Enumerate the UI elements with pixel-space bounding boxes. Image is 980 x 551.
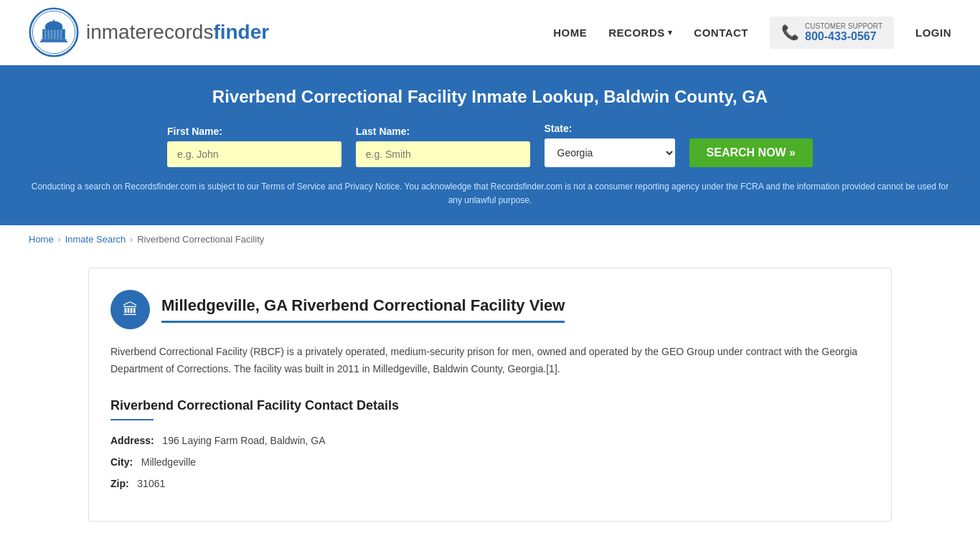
chevron-down-icon: ▾ bbox=[668, 28, 673, 37]
breadcrumb-sep-1: › bbox=[58, 235, 61, 245]
search-form: First Name: Last Name: State: Georgia Al… bbox=[167, 123, 813, 167]
logo-text: inmaterecordsfinder bbox=[86, 21, 269, 44]
search-button[interactable]: SEARCH NOW » bbox=[689, 138, 813, 167]
breadcrumb: Home › Inmate Search › Riverbend Correct… bbox=[0, 225, 980, 253]
nav-home[interactable]: HOME bbox=[553, 27, 587, 39]
svg-rect-7 bbox=[51, 30, 53, 39]
svg-rect-10 bbox=[60, 30, 62, 39]
facility-icon: 🏛 bbox=[110, 290, 150, 329]
facility-title-area: Milledgeville, GA Riverbend Correctional… bbox=[161, 296, 565, 323]
city-detail: City: Milledgeville bbox=[110, 456, 870, 468]
zip-value: 31061 bbox=[137, 478, 165, 489]
address-detail: Address: 196 Laying Farm Road, Baldwin, … bbox=[110, 435, 870, 446]
last-name-input[interactable] bbox=[356, 141, 530, 167]
svg-rect-5 bbox=[44, 30, 47, 39]
breadcrumb-inmate-search[interactable]: Inmate Search bbox=[65, 234, 126, 245]
section-divider bbox=[110, 419, 154, 420]
breadcrumb-sep-2: › bbox=[130, 235, 133, 245]
svg-rect-11 bbox=[42, 39, 67, 42]
main-content: 🏛 Milledgeville, GA Riverbend Correction… bbox=[60, 253, 920, 536]
address-label: Address: bbox=[110, 435, 154, 446]
nav-contact[interactable]: CONTACT bbox=[694, 27, 748, 39]
hero-section: Riverbend Correctional Facility Inmate L… bbox=[0, 65, 980, 225]
hero-title: Riverbend Correctional Facility Inmate L… bbox=[29, 87, 951, 107]
breadcrumb-home[interactable]: Home bbox=[29, 234, 54, 245]
state-select[interactable]: Georgia Alabama Alaska Arizona Californi… bbox=[545, 138, 675, 167]
support-label: CUSTOMER SUPPORT bbox=[805, 22, 882, 30]
first-name-group: First Name: bbox=[167, 126, 341, 167]
city-label: City: bbox=[110, 456, 133, 468]
customer-support[interactable]: 📞 CUSTOMER SUPPORT 800-433-0567 bbox=[770, 17, 894, 49]
main-nav: HOME RECORDS ▾ CONTACT 📞 CUSTOMER SUPPOR… bbox=[553, 17, 951, 49]
logo-icon bbox=[29, 7, 79, 57]
nav-records[interactable]: RECORDS ▾ bbox=[608, 27, 672, 39]
facility-description: Riverbend Correctional Facility (RBCF) i… bbox=[110, 344, 870, 378]
site-header: inmaterecordsfinder HOME RECORDS ▾ CONTA… bbox=[0, 0, 980, 65]
facility-header: 🏛 Milledgeville, GA Riverbend Correction… bbox=[110, 290, 870, 329]
phone-icon: 📞 bbox=[781, 24, 799, 41]
content-card: 🏛 Milledgeville, GA Riverbend Correction… bbox=[88, 268, 892, 522]
svg-rect-3 bbox=[47, 27, 60, 29]
svg-rect-12 bbox=[40, 41, 68, 42]
breadcrumb-current: Riverbend Correctional Facility bbox=[137, 234, 264, 245]
facility-title: Milledgeville, GA Riverbend Correctional… bbox=[161, 296, 565, 315]
svg-rect-6 bbox=[47, 30, 50, 39]
svg-rect-8 bbox=[54, 30, 56, 39]
zip-label: Zip: bbox=[110, 478, 129, 489]
last-name-group: Last Name: bbox=[356, 126, 530, 167]
logo[interactable]: inmaterecordsfinder bbox=[29, 7, 269, 57]
svg-rect-13 bbox=[53, 20, 55, 27]
state-label: State: bbox=[545, 123, 675, 134]
support-number: 800-433-0567 bbox=[805, 30, 882, 43]
address-value: 196 Laying Farm Road, Baldwin, GA bbox=[162, 435, 325, 446]
first-name-label: First Name: bbox=[167, 126, 341, 137]
svg-rect-9 bbox=[57, 30, 59, 39]
nav-login[interactable]: LOGIN bbox=[915, 27, 951, 39]
disclaimer: Conducting a search on Recordsfinder.com… bbox=[29, 180, 951, 207]
contact-section-title: Riverbend Correctional Facility Contact … bbox=[110, 398, 870, 413]
state-group: State: Georgia Alabama Alaska Arizona Ca… bbox=[545, 123, 675, 167]
city-value: Milledgeville bbox=[141, 456, 196, 468]
zip-detail: Zip: 31061 bbox=[110, 478, 870, 489]
first-name-input[interactable] bbox=[167, 141, 341, 167]
last-name-label: Last Name: bbox=[356, 126, 530, 137]
